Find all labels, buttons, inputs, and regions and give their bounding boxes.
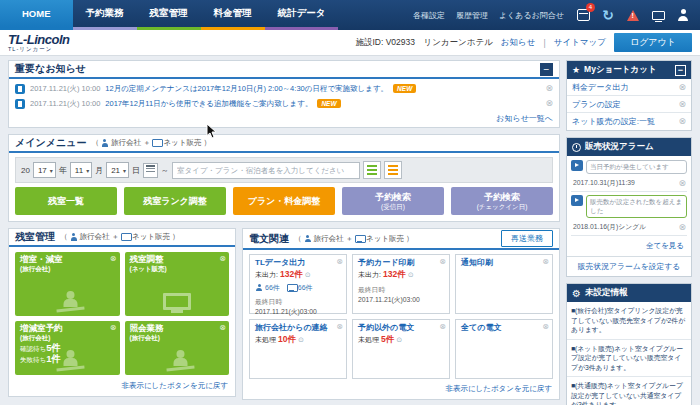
hide-card-icon[interactable] xyxy=(336,257,343,266)
card-title-link[interactable]: 予約カード印刷 xyxy=(358,258,444,268)
collapse-shortcuts-button[interactable] xyxy=(675,65,686,76)
alarm-title: 販売状況アラーム xyxy=(585,141,654,153)
dismiss-alarm-icon[interactable] xyxy=(678,223,686,232)
nav-home[interactable]: HOME xyxy=(0,0,73,30)
refresh-mini-icon[interactable] xyxy=(408,271,414,279)
hide-card-icon[interactable] xyxy=(439,257,446,266)
notices-list-link[interactable]: お知らせ一覧へ xyxy=(9,112,559,127)
monitor-icon[interactable] xyxy=(650,7,666,23)
hide-notice-icon[interactable] xyxy=(545,99,553,108)
card-title-link[interactable]: 通知印刷 xyxy=(461,258,547,268)
hide-tile-icon[interactable] xyxy=(110,254,117,263)
net-label: ネット販売 xyxy=(132,232,170,242)
room-rank-adjust-button[interactable]: 残室ランク調整 xyxy=(124,187,226,215)
audience-label: （ 旅行会社 ＋ ネット販売 ） xyxy=(294,234,414,244)
year-select[interactable]: 17 xyxy=(33,162,56,178)
hide-tile-icon[interactable] xyxy=(110,323,117,332)
notice-link-text[interactable]: 2017年12月11日から使用できる追加機能をご案内致します。 xyxy=(105,99,312,109)
notice-link-text[interactable]: 12月の定期メンテナンスは2017年12月10日(月) 2:00～4:30の日程… xyxy=(105,84,388,94)
notice-link[interactable]: お知らせ xyxy=(501,37,536,49)
sitemap-link[interactable]: サイトマップ xyxy=(554,37,606,49)
shortcut-plan-settings[interactable]: プランの設定 xyxy=(567,96,691,113)
calendar-icon[interactable]: 4 xyxy=(575,7,591,23)
tile-add-remove-rooms[interactable]: 増室・減室 (旅行会社) xyxy=(15,252,120,316)
net-label: ネット販売 xyxy=(366,234,404,244)
hide-notice-icon[interactable] xyxy=(545,84,553,93)
shortcut-rate-data-export[interactable]: 料金データ出力 xyxy=(567,79,691,96)
card-title-link[interactable]: 予約以外の電文 xyxy=(358,323,444,333)
hide-card-icon[interactable] xyxy=(336,322,343,331)
green-list-view-button[interactable] xyxy=(363,161,381,179)
calendar-badge: 4 xyxy=(586,3,595,12)
nav-settings[interactable]: 各種設定 xyxy=(413,10,445,21)
restore-hidden-buttons-link[interactable]: 非表示にしたボタンを元に戻す xyxy=(9,378,235,396)
datepicker-icon[interactable] xyxy=(143,163,158,178)
logout-button[interactable]: ログアウト xyxy=(614,33,692,52)
notice-date: 2017.11.21(火) 10:00 xyxy=(30,99,100,109)
orange-list-view-button[interactable] xyxy=(384,161,402,179)
paren: ） xyxy=(406,234,414,244)
alarm-badge-icon xyxy=(571,160,583,171)
hide-card-icon[interactable] xyxy=(542,322,549,331)
star-icon xyxy=(572,65,580,75)
hide-card-icon[interactable] xyxy=(439,322,446,331)
paren: （ xyxy=(91,138,99,148)
card-reservation-card-print: 予約カード印刷 未出力: 132件 最終日時 2017.11.21(火)03:0… xyxy=(352,254,450,314)
refresh-mini-icon[interactable] xyxy=(298,336,304,344)
unset-info-item: ■(共通販売)ネット室タイプグループ設定が完了していない共通室タイプが3件ありま… xyxy=(567,377,691,405)
card-title-link[interactable]: TLデータ出力 xyxy=(255,258,341,268)
nav-room-inventory[interactable]: 残室管理 xyxy=(137,0,201,30)
nav-history[interactable]: 履歴管理 xyxy=(456,10,488,21)
messages-title: 電文関連 xyxy=(249,232,289,246)
date-search-bar: 20 17 年 11 月 21 日 ～ xyxy=(15,157,553,183)
unset-info-item: ■(ネット販売)ネット室タイプグループ設定が完了していない販売室タイプが3件あり… xyxy=(567,340,691,378)
remove-shortcut-icon[interactable] xyxy=(678,117,686,126)
hide-tile-icon[interactable] xyxy=(219,323,226,332)
reservation-search-received-button[interactable]: 予約検索 (受信日) xyxy=(342,187,444,215)
user-icon[interactable] xyxy=(675,7,691,23)
shortcut-net-sales-settings[interactable]: ネット販売の設定:一覧 xyxy=(567,113,691,130)
card-title-link[interactable]: 旅行会社からの連絡 xyxy=(255,323,341,333)
refresh-icon[interactable]: ↻ xyxy=(600,7,616,23)
nav-reservations[interactable]: 予約業務 xyxy=(73,0,137,30)
net-sales-icon xyxy=(355,235,364,243)
day-label: 日 xyxy=(132,165,140,176)
nav-statistics[interactable]: 統計データ xyxy=(265,0,339,30)
paren: ） xyxy=(203,138,211,148)
resend-button[interactable]: 再送業務 xyxy=(501,230,553,247)
card-title-link[interactable]: 全ての電文 xyxy=(461,323,547,333)
restore-hidden-buttons-link[interactable]: 非表示にしたボタンを元に戻す xyxy=(243,381,559,399)
collapse-notices-button[interactable] xyxy=(540,63,553,76)
remove-shortcut-icon[interactable] xyxy=(678,83,686,92)
unset-info-title: 未設定情報 xyxy=(585,287,628,299)
sales-alarm-panel: 販売状況アラーム 当日予約が発生しています 2017.10.31(月)11:39… xyxy=(566,137,692,277)
tile-inquiry-tasks[interactable]: 照会業務 (旅行会社) xyxy=(125,321,230,375)
keyword-search-input[interactable] xyxy=(172,162,360,179)
travel-agency-icon xyxy=(70,233,78,241)
logo-subtext: TL-リンカーン xyxy=(8,47,69,53)
refresh-mini-icon[interactable] xyxy=(396,336,402,344)
dismiss-alarm-icon[interactable] xyxy=(678,179,686,188)
unset-info-panel: 未設定情報 ■(旅行会社)室タイプリンク設定が完了していない販売先室タイプが2件… xyxy=(566,283,692,405)
room-list-button[interactable]: 残室一覧 xyxy=(15,187,117,215)
hide-card-icon[interactable] xyxy=(542,257,549,266)
card-notification-print: 通知印刷 xyxy=(455,254,553,314)
refresh-mini-icon[interactable] xyxy=(305,271,311,279)
plan-rate-adjust-button[interactable]: プラン・料金調整 xyxy=(233,187,335,215)
configure-alarms-link[interactable]: 販売状況アラームを設定する xyxy=(567,256,691,276)
notice-doc-icon xyxy=(15,84,25,94)
hide-tile-icon[interactable] xyxy=(219,254,226,263)
paren: ） xyxy=(172,232,180,242)
remove-shortcut-icon[interactable] xyxy=(678,100,686,109)
view-all-alarms-link[interactable]: 全てを見る xyxy=(571,239,687,254)
tile-room-change-reservations[interactable]: 増減室予約 (旅行会社) 確認待ち5件 失敗待ち1件 xyxy=(15,321,120,375)
nav-faq[interactable]: よくあるお問合せ xyxy=(499,10,564,21)
alarm-date: 2018.01.16(月)シングル xyxy=(573,222,646,232)
my-shortcuts-panel: Myショートカット 料金データ出力 プランの設定 ネット販売の設定:一覧 xyxy=(566,60,692,131)
day-select[interactable]: 21 xyxy=(106,162,129,178)
tile-room-adjust-net[interactable]: 残室調整 (ネット販売) xyxy=(125,252,230,316)
month-select[interactable]: 11 xyxy=(70,162,92,178)
alert-icon[interactable] xyxy=(625,7,641,23)
nav-rates[interactable]: 料金管理 xyxy=(201,0,265,30)
reservation-search-checkin-button[interactable]: 予約検索 (チェックイン日) xyxy=(451,187,553,215)
